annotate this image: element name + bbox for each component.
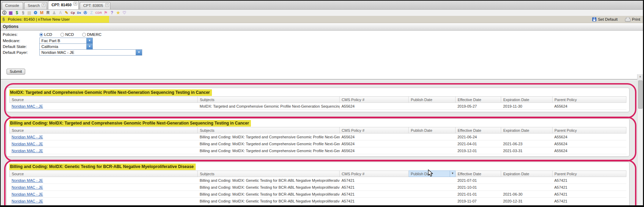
col-header-expiration-date[interactable]: Expiration Date	[501, 97, 552, 103]
section-icon: §	[2, 17, 5, 22]
medicare-m-icon[interactable]: M	[39, 10, 44, 16]
dx-icon[interactable]: Dx	[77, 10, 81, 16]
source-cell: Noridian MAC - JE	[10, 140, 198, 147]
medicare-label: Medicare:	[3, 39, 39, 43]
chevron-down-icon[interactable]: ▼	[86, 44, 92, 49]
col-header-publish-date[interactable]: Publish Date▼	[409, 171, 456, 177]
chat-search-icon[interactable]: ✇	[83, 10, 88, 16]
scrollbar-thumb[interactable]	[638, 80, 643, 109]
source-link[interactable]: Noridian MAC - JE	[12, 192, 43, 196]
column-menu-arrow-icon[interactable]: ▼	[450, 171, 455, 177]
col-header-source[interactable]: Source	[10, 127, 198, 134]
col-header-effective-date[interactable]: Effective Date	[455, 97, 501, 103]
heart-icon[interactable]: ♡	[122, 10, 127, 16]
policy-section-billing-coding-bcr-abl: Billing and Coding: MolDX: Genetic Testi…	[6, 162, 630, 205]
chevron-down-icon[interactable]: ▼	[86, 38, 92, 43]
info-icon[interactable]: ⓘ	[2, 10, 7, 16]
medicare-select[interactable]: Fac Part B▼	[39, 38, 93, 44]
source-cell: Noridian MAC - JE	[10, 198, 198, 205]
radio-ncd[interactable]: NCD	[60, 32, 74, 37]
close-icon[interactable]: x	[105, 3, 109, 7]
cell: A55624	[340, 147, 409, 154]
table-header-row: SourceSubjectsCMS Policy #Publish DateEf…	[10, 127, 626, 134]
print-button[interactable]: Print	[625, 17, 640, 21]
star-icon[interactable]: ★	[116, 10, 121, 16]
col-header-source[interactable]: Source	[10, 171, 198, 177]
section-icon[interactable]: §	[21, 10, 26, 16]
save-icon	[592, 17, 596, 21]
radio-icon	[82, 33, 86, 37]
scroll-up-arrow-icon[interactable]: ▲	[637, 74, 643, 80]
flag-icon[interactable]: ⚑	[104, 10, 108, 16]
policies-label: Policies:	[3, 32, 39, 37]
cell: A57421	[340, 191, 409, 198]
cdr-icon[interactable]: CDR	[95, 10, 102, 16]
col-header-effective-date[interactable]: Effective Date	[455, 127, 501, 134]
tab-search[interactable]: Searchx	[24, 2, 47, 9]
table-row: Noridian MAC - JEBilling and Coding: Mol…	[10, 147, 626, 154]
col-header-cms-policy-[interactable]: CMS Policy #	[340, 171, 409, 177]
source-link[interactable]: Noridian MAC - JE	[12, 142, 43, 146]
col-header-subjects[interactable]: Subjects	[198, 97, 340, 103]
close-icon[interactable]: x	[42, 3, 46, 7]
col-header-source[interactable]: Source	[10, 97, 198, 103]
section-title: Billing and Coding: MolDX: Targeted and …	[9, 120, 251, 127]
col-header-parent-policy[interactable]: Parent Policy	[552, 97, 626, 103]
source-cell: Noridian MAC - JE	[10, 103, 198, 110]
policy-table: SourceSubjectsCMS Policy #Publish DateEf…	[9, 127, 626, 154]
col-header-parent-policy[interactable]: Parent Policy	[552, 171, 626, 177]
set-default-button[interactable]: Set Default	[592, 17, 617, 21]
tab-console[interactable]: Console	[2, 2, 23, 9]
col-header-effective-date[interactable]: Effective Date	[455, 171, 501, 177]
cell: A55624	[552, 140, 626, 147]
dollar-icon[interactable]: $	[14, 10, 19, 16]
puzzle-icon[interactable]: ▦	[8, 10, 13, 16]
cell: MolDX: Targeted and Comprehensive Genomi…	[198, 103, 340, 110]
radio-lcd[interactable]: LCD	[39, 32, 52, 37]
print-label: Print	[632, 17, 640, 21]
vertical-scrollbar[interactable]: ▲	[637, 74, 643, 205]
source-link[interactable]: Noridian MAC - JE	[12, 199, 43, 203]
col-header-label: Publish Date	[411, 172, 432, 176]
regulation-r-icon[interactable]: R	[46, 10, 50, 16]
globe-book-icon[interactable]: ❂	[33, 10, 38, 16]
source-link[interactable]: Noridian MAC - JE	[12, 135, 43, 139]
source-link[interactable]: Noridian MAC - JE	[12, 104, 43, 108]
radio-dmerc[interactable]: DMERC	[82, 32, 101, 37]
cell: 2021-06-24	[455, 134, 501, 140]
cell: Billing and Coding: MolDX: Genetic Testi…	[198, 184, 340, 191]
policy-bar-text: Policies: 81450 | nThrive New User	[8, 17, 70, 21]
col-header-expiration-date[interactable]: Expiration Date	[501, 171, 552, 177]
default-payer-select[interactable]: Noridian MAC - JE▼	[39, 49, 142, 56]
table-row: Noridian MAC - JEBilling and Coding: Mol…	[10, 184, 626, 191]
source-link[interactable]: Noridian MAC - JE	[12, 178, 43, 183]
signature-icon[interactable]: ✎	[64, 10, 69, 16]
col-header-cms-policy-[interactable]: CMS Policy #	[340, 97, 409, 103]
source-link[interactable]: Noridian MAC - JE	[12, 149, 43, 153]
col-header-expiration-date[interactable]: Expiration Date	[501, 127, 552, 134]
comment-icon[interactable]: ?	[110, 10, 115, 16]
col-header-publish-date[interactable]: Publish Date	[409, 97, 456, 103]
submit-button[interactable]: Submit	[7, 69, 25, 75]
cp-icon[interactable]: Cp	[70, 10, 75, 16]
cell	[409, 140, 456, 147]
image-icon[interactable]: ▤	[27, 10, 32, 16]
tab-cpt-81450[interactable]: CPT: 81450x	[48, 1, 79, 9]
col-header-parent-policy[interactable]: Parent Policy	[552, 127, 626, 134]
anatomy-a-icon[interactable]: A	[58, 10, 63, 16]
cell: A55624	[552, 147, 626, 154]
col-header-subjects[interactable]: Subjects	[198, 171, 340, 177]
cell: Billing and Coding: MolDX: Genetic Testi…	[198, 198, 340, 205]
col-header-subjects[interactable]: Subjects	[198, 127, 340, 134]
default-state-select[interactable]: California▼	[39, 43, 93, 50]
chevron-down-icon[interactable]: ▼	[136, 50, 142, 55]
source-link[interactable]: Noridian MAC - JE	[12, 185, 43, 189]
cell: Billing and Coding: MolDX: Targeted and …	[198, 140, 340, 147]
tab-cpt-83805[interactable]: CPT: 83805x	[80, 2, 110, 9]
col-header-cms-policy-[interactable]: CMS Policy #	[340, 127, 409, 134]
close-icon[interactable]: x	[74, 2, 77, 6]
radio-icon	[39, 33, 43, 37]
col-header-publish-date[interactable]: Publish Date	[409, 127, 456, 134]
z-compare-icon[interactable]: Z	[89, 10, 94, 16]
person-icon[interactable]: ♟	[52, 10, 57, 16]
